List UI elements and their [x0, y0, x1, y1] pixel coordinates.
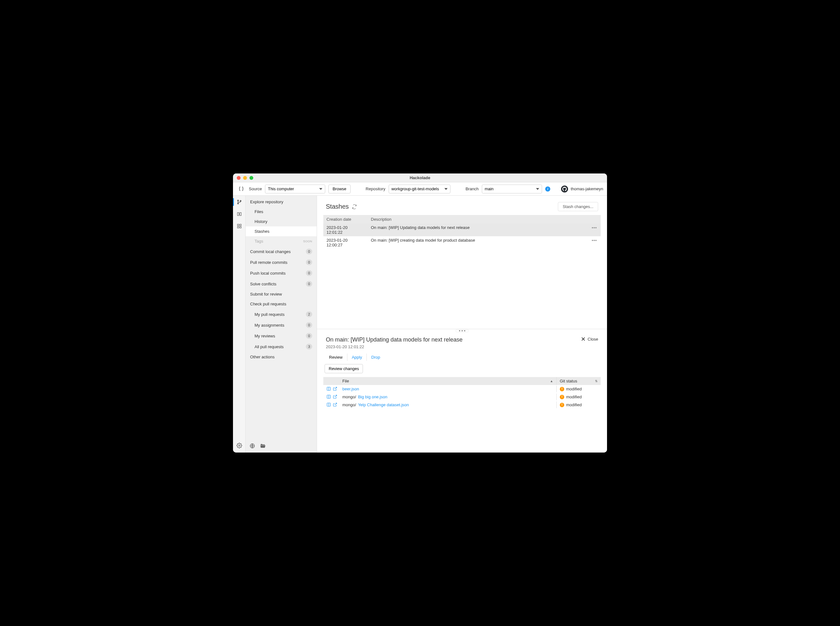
- col-git-status[interactable]: Git status ⇅: [556, 377, 601, 385]
- diff-icon[interactable]: [326, 402, 331, 407]
- tab-apply[interactable]: Apply: [347, 354, 367, 361]
- titlebar: Hackolade: [233, 174, 607, 182]
- branch-select[interactable]: main: [482, 185, 542, 193]
- grid-icon[interactable]: [236, 223, 242, 229]
- info-icon[interactable]: i: [545, 186, 550, 191]
- repository-select[interactable]: workgroup-git-test-models: [389, 185, 450, 193]
- stashes-table-header: Creation date Description: [323, 215, 601, 224]
- detail-date: 2023-01-20 12:01:22: [326, 344, 462, 349]
- sidebar-item-all-pr[interactable]: All pull requests 3: [246, 341, 317, 352]
- soon-badge: SOON: [303, 240, 312, 243]
- col-creation-date[interactable]: Creation date: [323, 215, 368, 224]
- sidebar-item-stashes[interactable]: Stashes: [246, 227, 317, 236]
- detail-title: On main: [WIP] Updating data models for …: [326, 336, 462, 343]
- all-pr-count-badge: 3: [306, 344, 312, 349]
- svg-rect-4: [240, 213, 241, 215]
- sort-icon: ⇅: [595, 379, 598, 383]
- source-select[interactable]: This computer: [265, 185, 325, 193]
- sidebar-item-history[interactable]: History: [246, 217, 317, 227]
- window-title: Hackolade: [233, 175, 607, 180]
- file-table: File ▲ Git status ⇅ beer.jso: [323, 377, 601, 409]
- open-external-icon[interactable]: [333, 394, 337, 399]
- repository-label: Repository: [366, 186, 386, 191]
- stash-changes-button[interactable]: Stash changes...: [558, 202, 598, 211]
- refresh-icon[interactable]: [352, 204, 357, 209]
- detail-header: On main: [WIP] Updating data models for …: [317, 332, 607, 349]
- file-table-header: File ▲ Git status ⇅: [323, 377, 601, 385]
- body: Explore repository Files History Stashes…: [233, 196, 607, 452]
- tab-drop[interactable]: Drop: [367, 354, 384, 361]
- stash-row[interactable]: 2023-01-20 12:00:27 On main: [WIP] creat…: [323, 236, 601, 249]
- compare-icon[interactable]: [236, 211, 242, 217]
- file-row[interactable]: mongo/Big big one.json !modified: [323, 393, 601, 401]
- open-external-icon[interactable]: [333, 402, 337, 407]
- sidebar-item-my-reviews[interactable]: My reviews 0: [246, 330, 317, 341]
- sidebar: Explore repository Files History Stashes…: [246, 196, 317, 452]
- warning-icon: !: [560, 387, 564, 391]
- detail-tabs: Review Apply Drop: [317, 349, 607, 364]
- sort-asc-icon: ▲: [550, 379, 553, 383]
- sidebar-item-my-pr[interactable]: My pull requests 2: [246, 309, 317, 320]
- sidebar-item-solve[interactable]: Solve conflicts 0: [246, 279, 317, 289]
- sidebar-footer: [246, 439, 317, 452]
- sidebar-item-commit[interactable]: Commit local changes 0: [246, 246, 317, 257]
- main: Stashes Stash changes... Creation date D…: [317, 196, 607, 452]
- stash-row[interactable]: 2023-01-20 12:01:22 On main: [WIP] Updat…: [323, 224, 601, 236]
- svg-point-1: [237, 203, 238, 204]
- col-description[interactable]: Description: [368, 215, 588, 224]
- sidebar-item-submit[interactable]: Submit for review: [246, 289, 317, 299]
- solve-count-badge: 0: [306, 281, 312, 287]
- close-button[interactable]: Close: [581, 336, 598, 341]
- braces-icon: [237, 186, 246, 192]
- file-link[interactable]: beer.json: [342, 387, 359, 391]
- svg-rect-8: [240, 227, 241, 228]
- diff-icon[interactable]: [326, 387, 331, 391]
- file-row[interactable]: beer.json !modified: [323, 385, 601, 393]
- sidebar-item-check[interactable]: Check pull requests: [246, 299, 317, 309]
- tab-review[interactable]: Review: [325, 354, 347, 361]
- my-assignments-count-badge: 0: [306, 322, 312, 328]
- toolbar: Source This computer Browse Repository w…: [233, 182, 607, 196]
- stashes-pane: Stashes Stash changes... Creation date D…: [317, 196, 607, 329]
- svg-rect-3: [237, 213, 239, 215]
- commit-count-badge: 0: [306, 249, 312, 254]
- browse-button[interactable]: Browse: [328, 185, 350, 193]
- sidebar-item-my-assignments[interactable]: My assignments 0: [246, 320, 317, 330]
- activity-rail: [233, 196, 246, 452]
- more-icon[interactable]: •••: [592, 238, 597, 243]
- review-changes-button[interactable]: Review changes: [325, 364, 363, 373]
- file-link[interactable]: Big big one.json: [358, 394, 387, 399]
- warning-icon: !: [560, 395, 564, 399]
- user-area[interactable]: thomas-jakemeyn: [561, 186, 603, 192]
- svg-rect-6: [240, 224, 241, 226]
- sidebar-item-push[interactable]: Push local commits 0: [246, 268, 317, 279]
- file-row[interactable]: mongo/Yelp Challenge dataset.json !modif…: [323, 401, 601, 409]
- sidebar-item-files[interactable]: Files: [246, 207, 317, 217]
- push-count-badge: 0: [306, 270, 312, 276]
- stashes-header: Stashes Stash changes...: [317, 196, 607, 215]
- sidebar-item-pull[interactable]: Pull remote commits 0: [246, 257, 317, 268]
- source-label: Source: [249, 186, 262, 191]
- splitter[interactable]: [317, 329, 607, 332]
- sidebar-item-other[interactable]: Other actions: [246, 352, 317, 362]
- more-icon[interactable]: •••: [592, 225, 597, 230]
- app-window: Hackolade Source This computer Browse Re…: [233, 174, 607, 452]
- splitter-handle: [456, 329, 469, 332]
- my-reviews-count-badge: 0: [306, 333, 312, 339]
- svg-rect-5: [237, 224, 239, 226]
- diff-icon[interactable]: [326, 394, 331, 399]
- close-icon: [581, 336, 586, 341]
- col-file[interactable]: File ▲: [339, 377, 556, 385]
- svg-point-9: [238, 445, 240, 446]
- svg-point-0: [237, 200, 238, 201]
- detail-pane: On main: [WIP] Updating data models for …: [317, 332, 607, 452]
- gear-icon[interactable]: [236, 442, 242, 449]
- folder-icon[interactable]: [259, 443, 266, 449]
- open-external-icon[interactable]: [333, 387, 337, 391]
- stashes-title: Stashes: [326, 203, 357, 210]
- file-link[interactable]: Yelp Challenge dataset.json: [358, 402, 409, 407]
- warning-icon: !: [560, 403, 564, 407]
- username: thomas-jakemeyn: [571, 186, 603, 191]
- globe-icon[interactable]: [250, 443, 255, 449]
- branch-icon[interactable]: [236, 199, 242, 205]
